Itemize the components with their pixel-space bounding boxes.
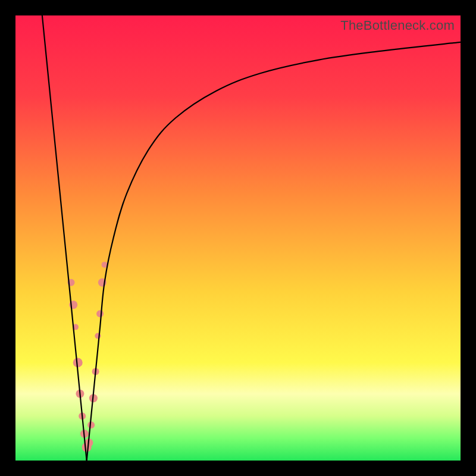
chart-svg <box>15 15 461 461</box>
plot-area: TheBottleneck.com <box>15 15 461 461</box>
data-dot <box>96 310 104 317</box>
right-branch-curve <box>87 42 461 461</box>
data-dots <box>68 262 108 452</box>
chart-frame: TheBottleneck.com <box>0 0 476 476</box>
left-branch-curve <box>42 15 87 461</box>
